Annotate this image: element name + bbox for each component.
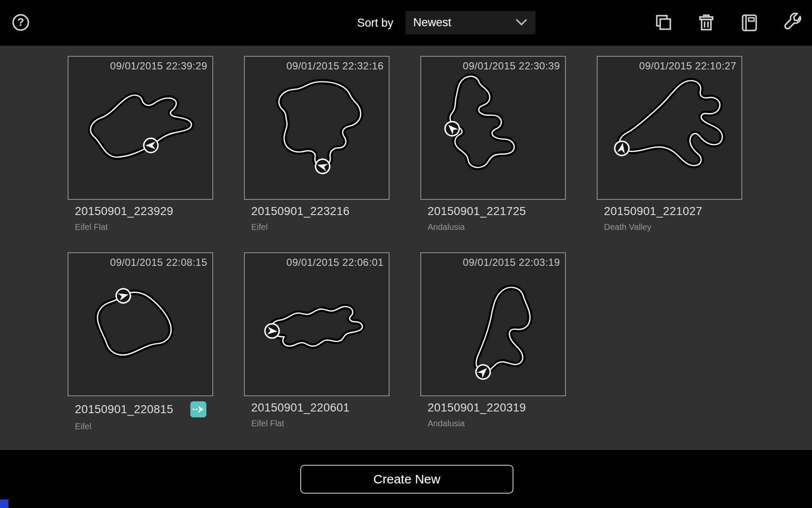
- track-name: 20150901_223929: [75, 205, 173, 218]
- track-outline: [245, 253, 389, 395]
- track-datetime: 09/01/2015 22:08:15: [110, 257, 207, 268]
- start-marker-icon: [144, 138, 158, 153]
- track-thumbnail[interactable]: 09/01/2015 22:39:29: [68, 56, 213, 200]
- track-theme: Andalusia: [428, 419, 566, 428]
- sort-by-label: Sort by: [321, 0, 393, 46]
- track-name: 20150901_221725: [428, 205, 526, 218]
- copy-icon[interactable]: [653, 13, 673, 33]
- track-thumbnail[interactable]: 09/01/2015 22:06:01: [244, 252, 390, 396]
- track-name: 20150901_221027: [604, 205, 702, 218]
- create-new-button[interactable]: Create New: [300, 465, 513, 494]
- bottom-toolbar: Create New: [0, 450, 812, 508]
- help-icon[interactable]: ?: [11, 13, 30, 32]
- track-datetime: 09/01/2015 22:03:19: [463, 257, 560, 268]
- track-theme: Andalusia: [428, 222, 566, 232]
- svg-text:?: ?: [17, 16, 24, 28]
- track-name: 20150901_220319: [428, 401, 526, 414]
- track-datetime: 09/01/2015 22:06:01: [286, 257, 384, 268]
- track-card: 09/01/2015 22:06:01 20150901_220601 Eife…: [244, 252, 390, 428]
- track-outline: [69, 253, 212, 395]
- track-card: 09/01/2015 22:10:27 20150901_221027 Deat…: [597, 56, 742, 232]
- start-marker-icon: [614, 140, 630, 157]
- settings-wrench-icon[interactable]: [782, 13, 803, 33]
- track-theme: Death Valley: [604, 222, 742, 232]
- track-datetime: 09/01/2015 22:39:29: [110, 60, 207, 72]
- track-outline: [69, 57, 212, 199]
- track-thumbnail[interactable]: 09/01/2015 22:32:16: [244, 56, 390, 200]
- track-datetime: 09/01/2015 22:30:39: [463, 60, 560, 72]
- track-thumbnail[interactable]: 09/01/2015 22:03:19: [420, 252, 566, 396]
- track-datetime: 09/01/2015 22:32:16: [286, 60, 384, 72]
- track-thumbnail[interactable]: 09/01/2015 22:30:39: [420, 56, 566, 200]
- manual-book-icon[interactable]: [739, 13, 760, 33]
- track-thumbnail[interactable]: 09/01/2015 22:10:27: [597, 56, 742, 200]
- chevron-down-icon: [515, 18, 528, 28]
- exported-arrow-badge-icon: [190, 401, 206, 417]
- track-theme: Eifel: [251, 222, 390, 232]
- track-outline: [421, 57, 565, 199]
- start-marker-icon: [264, 323, 280, 339]
- trash-icon[interactable]: [696, 13, 716, 33]
- track-card: 09/01/2015 22:30:39 20150901_221725 Anda…: [420, 56, 566, 232]
- track-thumbnail[interactable]: 09/01/2015 22:08:15: [68, 252, 213, 396]
- corner-blue-square: [0, 500, 8, 508]
- track-card: 09/01/2015 22:39:29 20150901_223929 Eife…: [68, 56, 213, 232]
- track-name: 20150901_220601: [251, 401, 350, 414]
- track-outline: [421, 253, 565, 395]
- toolbar-actions: [653, 0, 803, 46]
- top-toolbar: ? Sort by Newest: [0, 0, 812, 46]
- sort-dropdown[interactable]: Newest: [406, 11, 535, 34]
- track-theme: Eifel Flat: [251, 419, 390, 428]
- track-outline: [598, 57, 741, 199]
- track-card: 09/01/2015 22:08:15 20150901_220815 Eife…: [68, 252, 213, 431]
- sort-dropdown-value: Newest: [413, 16, 515, 29]
- track-outline: [245, 57, 389, 199]
- track-theme: Eifel: [75, 422, 213, 431]
- track-card: 09/01/2015 22:32:16 20150901_223216 Eife…: [244, 56, 390, 232]
- track-datetime: 09/01/2015 22:10:27: [639, 60, 736, 72]
- track-name: 20150901_223216: [251, 205, 350, 218]
- track-card: 09/01/2015 22:03:19 20150901_220319 Anda…: [420, 252, 566, 428]
- track-name: 20150901_220815: [75, 403, 173, 416]
- track-theme: Eifel Flat: [75, 222, 213, 232]
